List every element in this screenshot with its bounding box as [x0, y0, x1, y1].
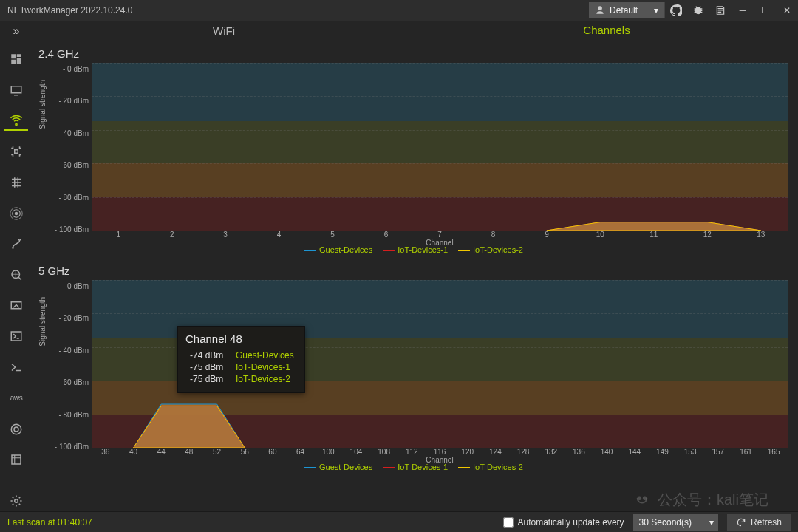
- sidebar: aws: [0, 41, 33, 511]
- sidebar-item-snmp[interactable]: [4, 419, 28, 440]
- content-area: 2.4 GHz Signal strength - 0 dBm- 20 dBm-…: [33, 41, 798, 511]
- chart-tooltip: Channel 48 -74 dBmGuest-Devices-75 dBmIo…: [177, 326, 305, 393]
- legend-item[interactable]: IoT-Devices-2: [458, 245, 523, 254]
- auto-update-toggle[interactable]: Automatically update every: [503, 517, 624, 528]
- profile-label: Default: [610, 5, 638, 16]
- sidebar-item-remote[interactable]: [4, 296, 28, 316]
- chevron-down-icon: ▾: [709, 517, 714, 528]
- sidebar-item-whois[interactable]: [4, 450, 28, 471]
- github-icon[interactable]: [665, 0, 687, 21]
- sidebar-item-dns[interactable]: [4, 265, 28, 285]
- legend-item[interactable]: Guest-Devices: [304, 245, 372, 254]
- sidebar-item-trace[interactable]: [4, 233, 28, 254]
- ylabel-24: Signal strength: [38, 79, 47, 129]
- tab-wifi[interactable]: WiFi: [33, 21, 415, 41]
- legend-item[interactable]: IoT-Devices-2: [458, 463, 523, 471]
- bug-icon[interactable]: [687, 0, 709, 21]
- app-title: NETworkManager 2022.10.24.0: [0, 5, 589, 16]
- last-scan-label: Last scan at 01:40:07: [7, 517, 494, 528]
- footer: Last scan at 01:40:07 Automatically upda…: [0, 511, 798, 532]
- sidebar-item-ping[interactable]: [4, 203, 28, 224]
- profile-dropdown[interactable]: Default ▾: [589, 2, 665, 18]
- tooltip-title: Channel 48: [185, 332, 294, 345]
- sidebar-item-interface[interactable]: [4, 80, 28, 100]
- sidebar-item-wifi[interactable]: [4, 110, 28, 131]
- svg-marker-12: [134, 406, 245, 448]
- xlabel-24: Channel: [92, 239, 788, 246]
- yticks-24: - 0 dBm- 20 dBm- 40 dBm- 60 dBm- 80 dBm-…: [52, 63, 89, 231]
- maximize-button[interactable]: ☐: [754, 0, 776, 21]
- svg-point-4: [14, 427, 18, 432]
- xlabel-5: Channel: [92, 457, 788, 463]
- section-title-24: 2.4 GHz: [38, 47, 791, 60]
- sidebar-item-console[interactable]: [4, 357, 28, 378]
- refresh-button[interactable]: Refresh: [727, 514, 791, 531]
- xaxis-5: 3640444852566064100104108112116120124128…: [92, 448, 788, 461]
- sidebar-item-aws[interactable]: aws: [4, 388, 28, 409]
- toggle-sidebar-button[interactable]: »: [0, 21, 33, 41]
- legend-item[interactable]: Guest-Devices: [304, 463, 372, 471]
- section-title-5: 5 GHz: [38, 265, 791, 277]
- sidebar-item-port[interactable]: [4, 172, 28, 193]
- legend-24: Guest-DevicesIoT-Devices-1IoT-Devices-2: [37, 245, 791, 254]
- plot-24: [92, 63, 788, 231]
- tab-channels[interactable]: Channels: [415, 20, 798, 42]
- minimize-button[interactable]: ─: [732, 0, 754, 21]
- refresh-label: Refresh: [751, 517, 782, 528]
- chart-24ghz: Signal strength - 0 dBm- 20 dBm- 40 dBm-…: [37, 63, 791, 244]
- ylabel-5: Signal strength: [38, 296, 47, 346]
- svg-marker-9: [547, 222, 761, 231]
- svg-point-0: [15, 211, 18, 215]
- auto-update-checkbox[interactable]: [503, 517, 514, 528]
- yticks-5: - 0 dBm- 20 dBm- 40 dBm- 60 dBm- 80 dBm-…: [52, 280, 89, 448]
- interval-dropdown[interactable]: 30 Second(s) ▾: [633, 514, 718, 531]
- refresh-icon: [736, 517, 746, 528]
- interval-value: 30 Second(s): [639, 517, 692, 528]
- auto-update-label: Automatically update every: [518, 517, 624, 528]
- legend-5: Guest-DevicesIoT-Devices-1IoT-Devices-2: [37, 463, 791, 471]
- xaxis-24: 12345678910111213 Channel: [92, 231, 788, 244]
- sidebar-item-scanner[interactable]: [4, 141, 28, 162]
- sidebar-item-powershell[interactable]: [4, 327, 28, 347]
- close-button[interactable]: ✕: [776, 0, 798, 21]
- chart-5ghz: Signal strength - 0 dBm- 20 dBm- 40 dBm-…: [37, 280, 791, 461]
- tabs-row: » WiFi Channels: [0, 21, 798, 41]
- titlebar: NETworkManager 2022.10.24.0 Default ▾ ─ …: [0, 0, 798, 21]
- sidebar-item-dashboard[interactable]: [4, 49, 28, 69]
- chevron-down-icon: ▾: [654, 5, 658, 16]
- docs-icon[interactable]: [709, 0, 732, 21]
- svg-point-5: [11, 424, 21, 434]
- sidebar-item-settings[interactable]: [4, 491, 28, 511]
- user-icon: [595, 5, 605, 16]
- svg-point-6: [15, 499, 18, 503]
